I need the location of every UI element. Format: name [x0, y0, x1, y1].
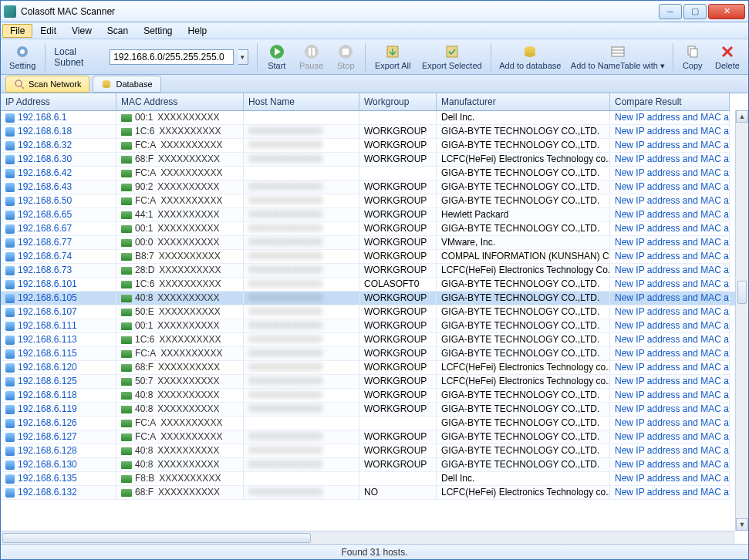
- table-row[interactable]: 192.168.6.10540:8XXXXXXXXXXXXXXXXXXXXXXW…: [1, 292, 748, 305]
- host-icon: [5, 113, 15, 123]
- scroll-thumb[interactable]: [737, 281, 747, 304]
- col-compare[interactable]: Compare Result: [610, 93, 730, 111]
- menu-edit[interactable]: Edit: [32, 24, 64, 38]
- vertical-scrollbar[interactable]: ▲ ▼: [735, 110, 748, 531]
- scroll-up-icon[interactable]: ▲: [736, 110, 748, 123]
- col-ip[interactable]: IP Address: [1, 93, 116, 111]
- add-database-button[interactable]: Add to database: [494, 42, 565, 72]
- scroll-down-icon[interactable]: ▼: [736, 518, 748, 531]
- table-row[interactable]: 192.168.6.1131C:6XXXXXXXXXXXXXXXXXXXXXXW…: [1, 333, 748, 347]
- table-row[interactable]: 192.168.6.12550:7XXXXXXXXXXXXXXXXXXXXXXW…: [1, 375, 748, 389]
- title-bar[interactable]: Colasoft MAC Scanner ─ ▢ ✕: [1, 1, 748, 22]
- cell-workgroup: WORKGROUP: [359, 264, 437, 278]
- table-row[interactable]: 192.168.6.100:1XXXXXXXXXXDell Inc.New IP…: [1, 111, 748, 125]
- table-row[interactable]: 192.168.6.11100:1XXXXXXXXXXXXXXXXXXXXXXW…: [1, 319, 748, 333]
- table-row[interactable]: 192.168.6.50FC:AXXXXXXXXXXXXXXXXXXXXXXWO…: [1, 194, 748, 208]
- grid-body[interactable]: 192.168.6.100:1XXXXXXXXXXDell Inc.New IP…: [1, 111, 748, 544]
- cell-host: XXXXXXXXXXXX: [244, 361, 359, 375]
- cell-manufacturer: LCFC(HeFei) Electronics Technology co., …: [437, 153, 610, 167]
- cell-mac: 40:8XXXXXXXXXX: [116, 444, 244, 458]
- cell-mac: 50:7XXXXXXXXXX: [116, 375, 244, 389]
- host-icon: [5, 460, 15, 470]
- table-row[interactable]: 192.168.6.115FC:AXXXXXXXXXXXXXXXXXXXXXXW…: [1, 347, 748, 361]
- nic-icon: [121, 392, 132, 400]
- col-workgroup[interactable]: Workgroup: [359, 93, 437, 111]
- table-row[interactable]: 192.168.6.3068:FXXXXXXXXXXXXXXXXXXXXXXWO…: [1, 153, 748, 167]
- nic-icon: [121, 378, 132, 386]
- close-button[interactable]: ✕: [708, 4, 745, 19]
- horizontal-scrollbar[interactable]: [1, 531, 735, 544]
- table-row[interactable]: 192.168.6.127FC:AXXXXXXXXXXXXXXXXXXXXXXW…: [1, 430, 748, 444]
- table-row[interactable]: 192.168.6.12068:FXXXXXXXXXXXXXXXXXXXXXXW…: [1, 361, 748, 375]
- table-row[interactable]: 192.168.6.135F8:BXXXXXXXXXXDell Inc.New …: [1, 472, 748, 486]
- cell-ip: 192.168.6.120: [1, 361, 116, 375]
- cell-compare: New IP address and MAC add: [610, 403, 730, 417]
- cell-workgroup: WORKGROUP: [359, 292, 437, 305]
- cell-compare: New IP address and MAC add: [610, 361, 730, 375]
- subnet-dropdown[interactable]: ▾: [238, 49, 248, 65]
- host-icon: [5, 377, 15, 386]
- host-icon: [5, 391, 15, 400]
- tab-scan-network[interactable]: Scan Network: [5, 76, 89, 93]
- cell-mac: FC:AXXXXXXXXXX: [116, 194, 244, 208]
- table-row[interactable]: 192.168.6.7700:0XXXXXXXXXXXXXXXXXXXXXXWO…: [1, 236, 748, 250]
- app-window: Colasoft MAC Scanner ─ ▢ ✕ File Edit Vie…: [0, 0, 749, 560]
- menu-help[interactable]: Help: [181, 24, 215, 38]
- cell-manufacturer: GIGA-BYTE TECHNOLOGY CO.,LTD.: [437, 278, 610, 292]
- cell-host: XXXXXXXXXXXX: [244, 208, 359, 222]
- cell-ip: 192.168.6.30: [1, 153, 116, 167]
- table-row[interactable]: 192.168.6.74B8:7XXXXXXXXXXXXXXXXXXXXXXWO…: [1, 250, 748, 264]
- table-row[interactable]: 192.168.6.7328:DXXXXXXXXXXXXXXXXXXXXXXWO…: [1, 264, 748, 278]
- table-row[interactable]: 192.168.6.13040:8XXXXXXXXXXXXXXXXXXXXXXW…: [1, 458, 748, 472]
- cell-compare: New IP address and MAC add: [610, 486, 730, 500]
- table-row[interactable]: 192.168.6.1011C:6XXXXXXXXXXXXXXXXXXXXXXC…: [1, 278, 748, 292]
- table-row[interactable]: 192.168.6.13268:FXXXXXXXXXXXXXXXXXXXXXXN…: [1, 486, 748, 500]
- table-row[interactable]: 192.168.6.42FC:AXXXXXXXXXXGIGA-BYTE TECH…: [1, 167, 748, 180]
- cell-host: [244, 472, 359, 486]
- table-row[interactable]: 192.168.6.10750:EXXXXXXXXXXXXXXXXXXXXXXW…: [1, 305, 748, 319]
- add-nametable-button[interactable]: Add to NameTable with ▾: [567, 42, 669, 73]
- nic-icon: [121, 170, 132, 177]
- export-all-button[interactable]: Export All: [369, 42, 416, 72]
- table-row[interactable]: 192.168.6.11940:8XXXXXXXXXXXXXXXXXXXXXXW…: [1, 403, 748, 417]
- copy-icon: [684, 43, 701, 60]
- svg-rect-18: [690, 49, 697, 57]
- table-row[interactable]: 192.168.6.32FC:AXXXXXXXXXXXXXXXXXXXXXXWO…: [1, 139, 748, 153]
- col-host[interactable]: Host Name: [244, 93, 359, 111]
- svg-rect-10: [447, 46, 457, 57]
- table-row[interactable]: 192.168.6.12840:8XXXXXXXXXXXXXXXXXXXXXXW…: [1, 444, 748, 458]
- menu-view[interactable]: View: [64, 24, 100, 38]
- cell-mac: FC:AXXXXXXXXXX: [116, 430, 244, 444]
- table-row[interactable]: 192.168.6.4390:2XXXXXXXXXXXXXXXXXXXXXXWO…: [1, 180, 748, 194]
- maximize-button[interactable]: ▢: [683, 4, 707, 19]
- stop-button[interactable]: Stop: [330, 42, 361, 72]
- start-button[interactable]: Start: [261, 42, 292, 72]
- minimize-button[interactable]: ─: [659, 4, 682, 19]
- setting-button[interactable]: Setting: [4, 42, 41, 72]
- delete-button[interactable]: Delete: [710, 42, 745, 72]
- cell-host: XXXXXXXXXXXX: [244, 222, 359, 236]
- cell-workgroup: WORKGROUP: [359, 458, 437, 472]
- col-mac[interactable]: MAC Address: [116, 93, 244, 111]
- table-row[interactable]: 192.168.6.6544:1XXXXXXXXXXXXXXXXXXXXXXWO…: [1, 208, 748, 222]
- table-row[interactable]: 192.168.6.126FC:AXXXXXXXXXXGIGA-BYTE TEC…: [1, 417, 748, 430]
- table-row[interactable]: 192.168.6.6700:1XXXXXXXXXXXXXXXXXXXXXXWO…: [1, 222, 748, 236]
- cell-compare: New IP address and MAC add: [610, 305, 730, 319]
- menu-scan[interactable]: Scan: [100, 24, 136, 38]
- nic-icon: [121, 309, 132, 316]
- menu-setting[interactable]: Setting: [136, 24, 180, 38]
- tab-database[interactable]: Database: [93, 76, 160, 93]
- cell-ip: 192.168.6.65: [1, 208, 116, 222]
- export-selected-button[interactable]: Export Selected: [417, 42, 486, 72]
- hscroll-thumb[interactable]: [2, 533, 311, 543]
- pause-button[interactable]: Pause: [294, 42, 329, 72]
- table-row[interactable]: 192.168.6.11840:8XXXXXXXXXXXXXXXXXXXXXXW…: [1, 389, 748, 403]
- host-icon: [5, 363, 15, 373]
- copy-button[interactable]: Copy: [677, 42, 708, 72]
- cell-workgroup: WORKGROUP: [359, 208, 437, 222]
- col-manufacturer[interactable]: Manufacturer: [437, 93, 610, 111]
- subnet-input[interactable]: [110, 49, 233, 65]
- host-icon: [5, 224, 15, 234]
- menu-file[interactable]: File: [2, 24, 32, 38]
- table-row[interactable]: 192.168.6.181C:6XXXXXXXXXXXXXXXXXXXXXXWO…: [1, 125, 748, 139]
